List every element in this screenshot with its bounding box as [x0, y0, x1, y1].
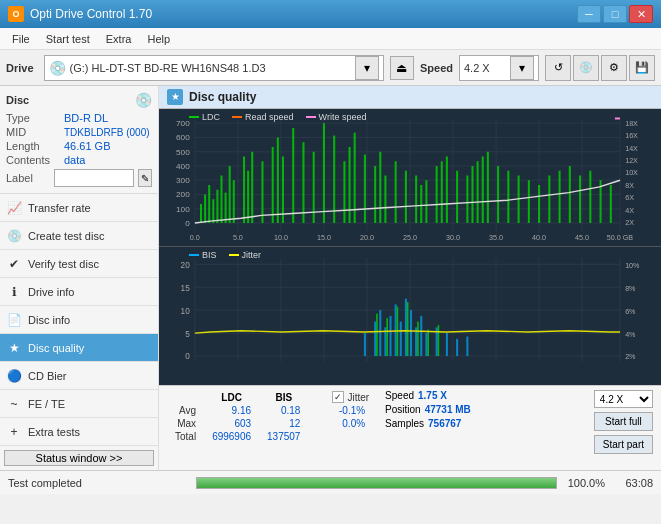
svg-text:5: 5	[185, 328, 190, 339]
svg-text:18X: 18X	[625, 120, 638, 127]
maximize-button[interactable]: □	[603, 5, 627, 23]
svg-text:100: 100	[176, 204, 190, 213]
svg-rect-131	[374, 322, 376, 356]
extra-tests-icon: +	[6, 424, 22, 440]
avg-bis: 0.18	[259, 404, 308, 417]
start-part-button[interactable]: Start part	[594, 435, 653, 454]
close-button[interactable]: ✕	[629, 5, 653, 23]
nav-label-cd-bier: CD Bier	[28, 370, 67, 382]
total-bis: 137507	[259, 430, 308, 443]
svg-text:30.0: 30.0	[446, 234, 460, 241]
svg-rect-62	[277, 137, 279, 223]
menu-help[interactable]: Help	[139, 31, 178, 47]
svg-rect-55	[229, 166, 231, 223]
svg-rect-53	[220, 175, 222, 223]
menu-start-test[interactable]: Start test	[38, 31, 98, 47]
sidebar: Disc 💿 Type BD-R DL MID TDKBLDRFB (000) …	[0, 86, 159, 470]
svg-rect-69	[343, 161, 345, 223]
refresh-icon[interactable]: ↺	[545, 55, 571, 81]
sidebar-item-transfer-rate[interactable]: 📈 Transfer rate	[0, 194, 158, 222]
save-icon[interactable]: 💾	[629, 55, 655, 81]
svg-text:25.0: 25.0	[403, 234, 417, 241]
disc-icon-btn[interactable]: 💿	[573, 55, 599, 81]
svg-text:10: 10	[181, 305, 190, 316]
svg-rect-85	[466, 175, 468, 223]
speed-value: 4.2 X	[464, 62, 506, 74]
svg-rect-61	[272, 147, 274, 223]
svg-rect-74	[379, 151, 381, 222]
menu-file[interactable]: File	[4, 31, 38, 47]
sidebar-item-disc-quality[interactable]: ★ Disc quality	[0, 334, 158, 362]
sidebar-item-extra-tests[interactable]: + Extra tests	[0, 418, 158, 446]
avg-label: Avg	[167, 404, 204, 417]
status-window-button[interactable]: Status window >>	[4, 450, 154, 466]
window-controls: ─ □ ✕	[577, 5, 653, 23]
svg-text:40.0: 40.0	[532, 234, 546, 241]
window-title: Opti Drive Control 1.70	[30, 7, 152, 21]
label-input[interactable]	[54, 169, 134, 187]
jitter-checkbox[interactable]: ✓	[332, 391, 344, 403]
max-ldc: 603	[204, 417, 259, 430]
ldc-chart: LDC Read speed Write speed	[159, 109, 661, 248]
svg-rect-146	[376, 314, 378, 356]
svg-text:0.0: 0.0	[190, 234, 200, 241]
drive-label: Drive	[6, 62, 34, 74]
svg-text:20: 20	[181, 260, 190, 271]
disc-info-icon: 📄	[6, 312, 22, 328]
svg-rect-77	[405, 170, 407, 222]
svg-rect-97	[569, 166, 571, 223]
sidebar-item-create-test-disc[interactable]: 💿 Create test disc	[0, 222, 158, 250]
menu-extra[interactable]: Extra	[98, 31, 140, 47]
avg-ldc: 9.16	[204, 404, 259, 417]
drive-dropdown-btn[interactable]: ▾	[355, 56, 379, 80]
charts-container: LDC Read speed Write speed	[159, 109, 661, 385]
speed-info-section: Speed 1.75 X Position 47731 MB Samples 7…	[385, 390, 471, 429]
drive-bar: Drive 💿 (G:) HL-DT-ST BD-RE WH16NS48 1.D…	[0, 50, 661, 86]
verify-test-disc-icon: ✔	[6, 256, 22, 272]
svg-rect-72	[364, 154, 366, 222]
sidebar-item-cd-bier[interactable]: 🔵 CD Bier	[0, 362, 158, 390]
total-ldc: 6996906	[204, 430, 259, 443]
svg-text:10X: 10X	[625, 169, 638, 176]
svg-rect-49	[204, 194, 206, 223]
bottom-legend: BIS Jitter	[189, 250, 261, 260]
bis-chart-svg: 20 15 10 5 0 10% 8% 6% 4% 2%	[159, 247, 661, 385]
svg-rect-144	[456, 339, 458, 356]
toolbar-icons: ↺ 💿 ⚙ 💾	[545, 55, 655, 81]
svg-rect-91	[507, 170, 509, 222]
drive-selector[interactable]: 💿 (G:) HL-DT-ST BD-RE WH16NS48 1.D3 ▾	[44, 55, 384, 81]
eject-button[interactable]: ⏏	[390, 56, 414, 80]
length-label: Length	[6, 140, 64, 152]
title-bar: O Opti Drive Control 1.70 ─ □ ✕	[0, 0, 661, 28]
svg-rect-65	[302, 142, 304, 223]
sidebar-item-fe-te[interactable]: ~ FE / TE	[0, 390, 158, 418]
svg-rect-130	[364, 333, 366, 356]
svg-rect-95	[548, 175, 550, 223]
sidebar-item-verify-test-disc[interactable]: ✔ Verify test disc	[0, 250, 158, 278]
speed-select-small[interactable]: 4.2 X	[594, 390, 653, 408]
start-buttons: Start full Start part	[594, 412, 653, 454]
transfer-rate-icon: 📈	[6, 200, 22, 216]
svg-rect-147	[386, 318, 388, 356]
start-full-button[interactable]: Start full	[594, 412, 653, 431]
bottom-bar: Test completed 100.0% 63:08	[0, 470, 661, 494]
svg-rect-145	[466, 337, 468, 357]
position-value: 47731 MB	[425, 404, 471, 415]
disc-info-section: Disc 💿 Type BD-R DL MID TDKBLDRFB (000) …	[0, 86, 158, 194]
svg-text:6X: 6X	[625, 194, 634, 201]
svg-rect-88	[482, 156, 484, 223]
svg-rect-96	[559, 170, 561, 222]
avg-jitter: -0.1%	[328, 404, 373, 417]
svg-rect-134	[390, 316, 392, 356]
speed-selector[interactable]: 4.2 X ▾	[459, 55, 539, 81]
svg-text:8%: 8%	[625, 284, 636, 293]
label-edit-btn[interactable]: ✎	[138, 169, 152, 187]
svg-text:50.0 GB: 50.0 GB	[607, 234, 634, 241]
minimize-button[interactable]: ─	[577, 5, 601, 23]
sidebar-item-drive-info[interactable]: ℹ Drive info	[0, 278, 158, 306]
settings-icon[interactable]: ⚙	[601, 55, 627, 81]
sidebar-item-disc-info[interactable]: 📄 Disc info	[0, 306, 158, 334]
max-jitter: 0.0%	[328, 417, 373, 430]
speed-dropdown-btn[interactable]: ▾	[510, 56, 534, 80]
nav-label-transfer-rate: Transfer rate	[28, 202, 91, 214]
